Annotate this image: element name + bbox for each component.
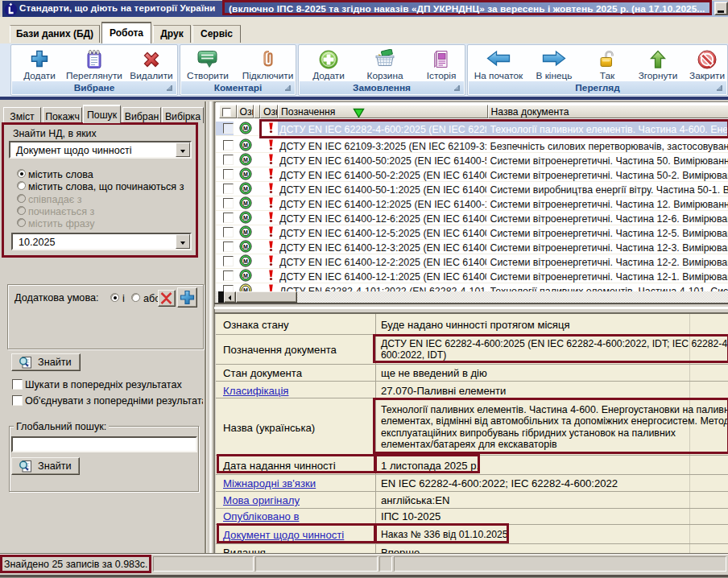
svg-text:M: M (243, 229, 248, 235)
svg-text:M: M (243, 126, 248, 131)
svg-text:M: M (243, 273, 248, 279)
svg-text:M: M (243, 171, 248, 177)
svg-text:M: M (243, 186, 248, 192)
svg-text:M: M (243, 258, 248, 264)
svg-text:M: M (243, 142, 248, 148)
svg-text:M: M (243, 157, 248, 163)
svg-text:M: M (243, 244, 248, 250)
svg-text:M: M (243, 200, 248, 206)
svg-text:M: M (243, 215, 248, 221)
